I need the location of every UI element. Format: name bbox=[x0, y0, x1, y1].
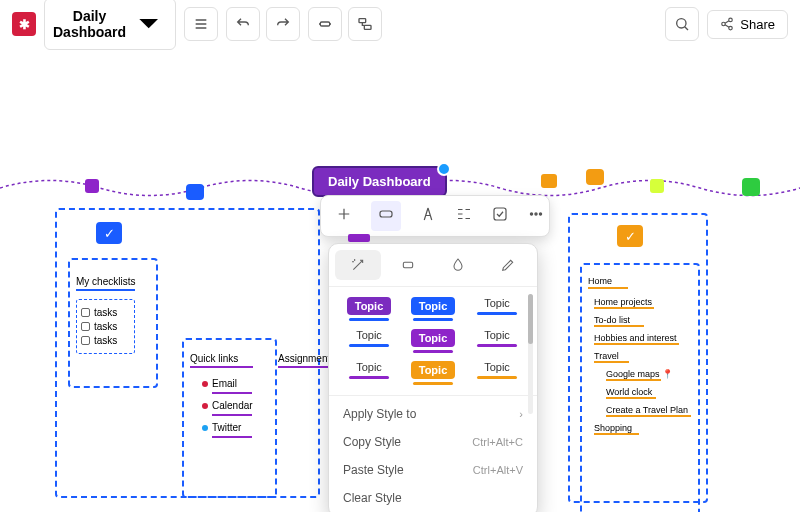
svg-rect-7 bbox=[380, 211, 392, 217]
list-item[interactable]: Home projects bbox=[594, 297, 698, 309]
svg-point-11 bbox=[539, 213, 541, 215]
list-item[interactable]: Shopping bbox=[594, 423, 698, 435]
style-swatch[interactable]: Topic bbox=[469, 329, 525, 353]
svg-rect-2 bbox=[365, 25, 372, 29]
shape-button[interactable] bbox=[371, 201, 401, 231]
add-button[interactable] bbox=[335, 205, 353, 227]
topic-icon bbox=[317, 16, 333, 32]
assignments-block[interactable]: Assignments bbox=[278, 353, 335, 364]
list-item[interactable]: Hobbies and interest bbox=[594, 333, 698, 345]
menu-paste-style[interactable]: Paste StyleCtrl+Alt+V bbox=[329, 456, 537, 484]
style-swatch[interactable]: Topic bbox=[405, 329, 461, 353]
subtopic-button[interactable] bbox=[348, 7, 382, 41]
redo-icon bbox=[275, 16, 291, 32]
task-button[interactable] bbox=[491, 205, 509, 227]
svg-point-10 bbox=[535, 213, 537, 215]
plus-icon bbox=[335, 205, 353, 223]
style-swatch[interactable]: Topic bbox=[341, 297, 397, 321]
list-item[interactable]: World clock bbox=[606, 387, 698, 399]
rectangle-icon bbox=[377, 205, 395, 223]
drop-icon bbox=[450, 257, 466, 273]
menu-copy-style[interactable]: Copy StyleCtrl+Alt+C bbox=[329, 428, 537, 456]
list-item[interactable]: tasks bbox=[81, 335, 130, 346]
expand-handle[interactable] bbox=[437, 162, 451, 176]
svg-point-9 bbox=[530, 213, 532, 215]
structure-icon bbox=[455, 205, 473, 223]
list-item[interactable]: tasks bbox=[81, 307, 130, 318]
list-item[interactable]: Google maps 📍 bbox=[606, 369, 698, 381]
style-swatch[interactable]: Topic bbox=[469, 361, 525, 385]
format-toolbar bbox=[320, 195, 550, 237]
section-title: Home bbox=[588, 276, 628, 289]
more-icon bbox=[527, 205, 545, 223]
svg-rect-12 bbox=[403, 262, 412, 267]
document-title: Daily Dashboard bbox=[53, 8, 126, 40]
wand-icon bbox=[350, 257, 366, 273]
text-icon bbox=[419, 205, 437, 223]
style-swatch[interactable]: Topic bbox=[405, 297, 461, 321]
share-label: Share bbox=[740, 17, 775, 32]
svg-point-4 bbox=[729, 18, 733, 22]
svg-point-3 bbox=[677, 19, 686, 28]
hamburger-icon bbox=[193, 16, 209, 32]
home-block[interactable]: Home Home projects To-do list Hobbies an… bbox=[588, 276, 698, 435]
list-item[interactable]: Twitter bbox=[202, 422, 253, 433]
menu-clear-style[interactable]: Clear Style bbox=[329, 484, 537, 512]
subtopic-icon bbox=[357, 16, 373, 32]
style-panel: Topic Topic Topic Topic Topic Topic Topi… bbox=[328, 243, 538, 512]
list-item[interactable]: Create a Travel Plan bbox=[606, 405, 698, 417]
node-marker[interactable] bbox=[85, 179, 99, 193]
undo-button[interactable] bbox=[226, 7, 260, 41]
style-swatch[interactable]: Topic bbox=[341, 361, 397, 385]
share-button[interactable]: Share bbox=[707, 10, 788, 39]
svg-rect-8 bbox=[494, 208, 506, 220]
style-swatch[interactable]: Topic bbox=[341, 329, 397, 353]
section-title: Assignments bbox=[278, 353, 335, 368]
node-marker[interactable] bbox=[541, 174, 557, 188]
list-item[interactable]: Travel bbox=[594, 351, 698, 363]
style-tab-line[interactable] bbox=[485, 250, 531, 280]
list-item[interactable]: tasks bbox=[81, 321, 130, 332]
style-swatch[interactable]: Topic bbox=[469, 297, 525, 321]
list-item[interactable]: Email bbox=[202, 378, 253, 389]
checklists-block[interactable]: My checklists tasks tasks tasks bbox=[76, 276, 135, 354]
style-tab-shape[interactable] bbox=[385, 250, 431, 280]
more-button[interactable] bbox=[527, 205, 545, 227]
redo-button[interactable] bbox=[266, 7, 300, 41]
menu-apply-style[interactable]: Apply Style to› bbox=[329, 400, 537, 428]
structure-button[interactable] bbox=[455, 205, 473, 227]
checklist-node[interactable] bbox=[96, 222, 122, 244]
node-marker[interactable] bbox=[586, 169, 604, 185]
node-marker[interactable] bbox=[650, 179, 664, 193]
share-icon bbox=[720, 17, 734, 31]
search-button[interactable] bbox=[665, 7, 699, 41]
search-icon bbox=[674, 16, 690, 32]
svg-rect-0 bbox=[321, 22, 330, 26]
svg-point-5 bbox=[722, 22, 726, 26]
node-marker[interactable] bbox=[742, 178, 760, 196]
menu-button[interactable] bbox=[184, 7, 218, 41]
text-button[interactable] bbox=[419, 205, 437, 227]
top-toolbar: ✱ Daily Dashboard Share bbox=[0, 0, 800, 48]
section-title: My checklists bbox=[76, 276, 135, 291]
chevron-down-icon bbox=[130, 5, 167, 42]
mindmap-canvas[interactable]: Daily Dashboard My checklists tasks task… bbox=[0, 48, 800, 512]
style-tab-fill[interactable] bbox=[435, 250, 481, 280]
section-title: Quick links bbox=[190, 353, 253, 368]
document-title-dropdown[interactable]: Daily Dashboard bbox=[44, 0, 176, 50]
scrollbar[interactable] bbox=[528, 294, 533, 414]
style-tab-preset[interactable] bbox=[335, 250, 381, 280]
pen-icon bbox=[500, 257, 516, 273]
drag-handle[interactable] bbox=[348, 234, 370, 242]
style-swatch[interactable]: Topic bbox=[405, 361, 461, 385]
rect-icon bbox=[400, 257, 416, 273]
scrollbar-thumb[interactable] bbox=[528, 294, 533, 344]
quicklinks-block[interactable]: Quick links Email Calendar Twitter bbox=[190, 353, 253, 444]
checklist-node[interactable] bbox=[617, 225, 643, 247]
root-topic[interactable]: Daily Dashboard bbox=[312, 166, 447, 197]
list-item[interactable]: To-do list bbox=[594, 315, 698, 327]
undo-icon bbox=[235, 16, 251, 32]
list-item[interactable]: Calendar bbox=[202, 400, 253, 411]
topic-button[interactable] bbox=[308, 7, 342, 41]
node-marker[interactable] bbox=[186, 184, 204, 200]
